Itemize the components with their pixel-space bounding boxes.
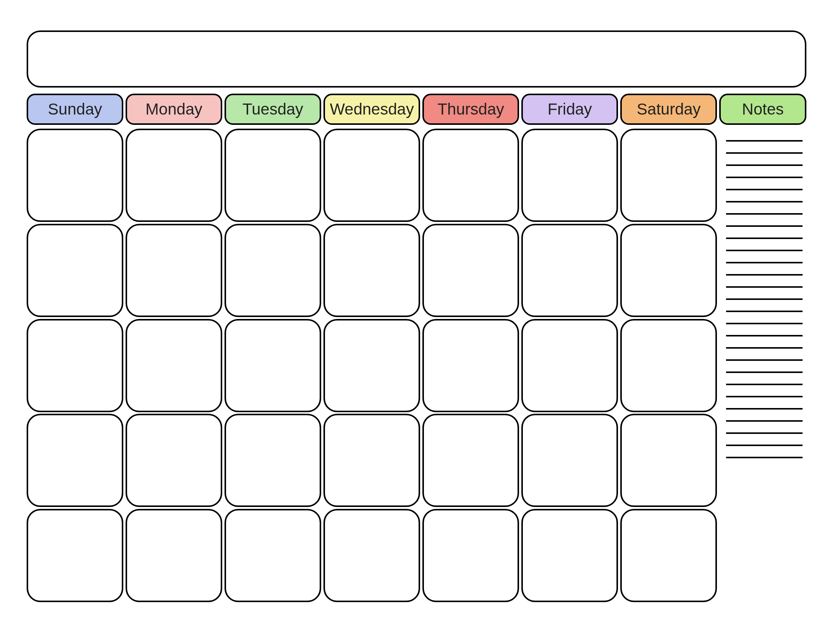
header-sunday: Sunday (27, 93, 123, 125)
day-cell[interactable] (27, 414, 123, 507)
day-cell[interactable] (323, 509, 420, 602)
day-cell[interactable] (620, 509, 717, 602)
day-cell[interactable] (225, 414, 321, 507)
col-thursday (422, 129, 519, 602)
day-cell[interactable] (27, 224, 123, 317)
note-line[interactable] (726, 347, 802, 349)
header-wednesday: Wednesday (323, 93, 420, 125)
day-cell[interactable] (125, 414, 222, 507)
col-monday (125, 129, 222, 602)
day-cell[interactable] (422, 414, 519, 507)
day-cell[interactable] (422, 509, 519, 602)
header-thursday: Thursday (422, 93, 519, 125)
note-line[interactable] (726, 140, 802, 142)
note-line[interactable] (726, 384, 802, 385)
note-line[interactable] (726, 286, 802, 288)
note-line[interactable] (726, 311, 802, 312)
header-friday: Friday (521, 93, 618, 125)
note-line[interactable] (726, 164, 802, 166)
day-cell[interactable] (521, 509, 618, 602)
day-cell[interactable] (27, 129, 123, 222)
day-cell[interactable] (27, 319, 123, 412)
header-monday: Monday (125, 93, 222, 125)
day-cell[interactable] (323, 129, 420, 222)
note-line[interactable] (726, 298, 802, 300)
note-line[interactable] (726, 213, 802, 215)
day-cell[interactable] (521, 129, 618, 222)
day-cell[interactable] (521, 224, 618, 317)
note-line[interactable] (726, 432, 802, 434)
note-line[interactable] (726, 359, 802, 361)
note-line[interactable] (726, 444, 802, 446)
note-line[interactable] (726, 335, 802, 336)
day-cell[interactable] (422, 224, 519, 317)
note-line[interactable] (726, 274, 802, 275)
note-line[interactable] (726, 225, 802, 227)
day-cell[interactable] (225, 509, 321, 602)
calendar-grid (27, 129, 806, 602)
note-line[interactable] (726, 250, 802, 251)
day-cell[interactable] (620, 319, 717, 412)
col-wednesday (323, 129, 420, 602)
day-cell[interactable] (125, 319, 222, 412)
day-cell[interactable] (323, 414, 420, 507)
note-line[interactable] (726, 201, 802, 203)
note-line[interactable] (726, 408, 802, 409)
note-line[interactable] (726, 152, 802, 154)
col-saturday (620, 129, 717, 602)
note-line[interactable] (726, 323, 802, 324)
day-cell[interactable] (521, 414, 618, 507)
note-line[interactable] (726, 262, 802, 263)
col-tuesday (225, 129, 321, 602)
day-cell[interactable] (521, 319, 618, 412)
day-cell[interactable] (323, 319, 420, 412)
day-cell[interactable] (225, 319, 321, 412)
month-title-bar[interactable] (27, 31, 806, 87)
col-friday (521, 129, 618, 602)
note-line[interactable] (726, 372, 802, 373)
notes-column[interactable] (719, 129, 806, 602)
day-cell[interactable] (27, 509, 123, 602)
day-cell[interactable] (620, 224, 717, 317)
note-line[interactable] (726, 457, 802, 458)
day-cell[interactable] (620, 414, 717, 507)
col-sunday (27, 129, 123, 602)
day-cell[interactable] (620, 129, 717, 222)
day-cell[interactable] (422, 319, 519, 412)
day-cell[interactable] (225, 129, 321, 222)
day-cell[interactable] (323, 224, 420, 317)
day-cell[interactable] (225, 224, 321, 317)
weekday-header-row: Sunday Monday Tuesday Wednesday Thursday… (27, 93, 806, 125)
note-line[interactable] (726, 238, 802, 239)
day-cell[interactable] (125, 509, 222, 602)
header-notes: Notes (719, 93, 806, 125)
header-saturday: Saturday (620, 93, 717, 125)
day-cell[interactable] (422, 129, 519, 222)
calendar-page: Sunday Monday Tuesday Wednesday Thursday… (0, 0, 833, 644)
header-tuesday: Tuesday (225, 93, 321, 125)
note-line[interactable] (726, 396, 802, 398)
day-cell[interactable] (125, 224, 222, 317)
day-cell[interactable] (125, 129, 222, 222)
note-line[interactable] (726, 177, 802, 178)
note-line[interactable] (726, 189, 802, 190)
note-line[interactable] (726, 420, 802, 422)
